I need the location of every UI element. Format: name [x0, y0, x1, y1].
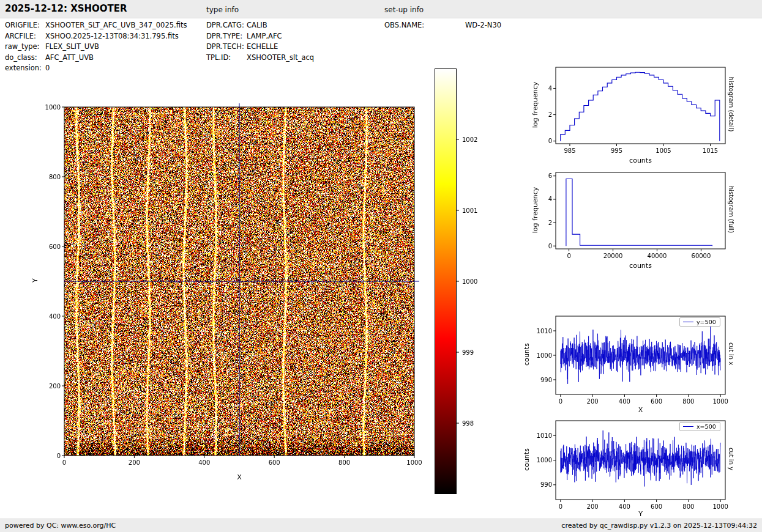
cut-in-x-right-label: cut in x: [728, 315, 734, 393]
tick-label: 995: [611, 147, 622, 154]
arcfile-label: ARCFILE:: [5, 32, 45, 43]
tick-label: 800: [338, 459, 350, 466]
tick-label: 0: [62, 459, 66, 466]
tick-label: 400: [49, 313, 61, 320]
cut-in-y-xlabel: Y: [556, 510, 725, 518]
tick-label: 0: [559, 503, 562, 510]
tick-label: 4: [548, 196, 552, 202]
cut-in-y-ylabel: counts: [523, 420, 531, 499]
histogram-series: [566, 179, 712, 246]
obs-name-value: WD-2-N30: [465, 21, 501, 32]
dpr-tech-label: DPR.TECH:: [206, 42, 247, 53]
tick-label: 0: [559, 398, 562, 405]
tick-label: 1001: [462, 207, 477, 214]
axes-border: [556, 172, 725, 249]
histogram-full-ylabel: log frequency: [531, 172, 539, 248]
tick-label: 600: [651, 503, 662, 510]
histogram-full-right-label: histogram (full): [728, 170, 734, 249]
tick-label: 600: [651, 398, 662, 405]
tick-label: 600: [269, 459, 280, 466]
tick-label: 400: [619, 503, 630, 510]
dpr-type-label: DPR.TYPE:: [206, 32, 247, 43]
tick-label: 6: [548, 172, 552, 179]
dpr-catg-value: CALIB: [247, 21, 267, 32]
tick-label: 999: [462, 349, 474, 356]
axes-border: [556, 316, 725, 394]
raw-image-xlabel: X: [64, 473, 414, 481]
tick-label: 990: [540, 481, 552, 488]
tick-label: 600: [49, 243, 61, 250]
tick-label: 990: [540, 377, 552, 383]
tick-label: 1000: [406, 459, 422, 466]
obs-name-label: OBS.NAME:: [384, 21, 465, 32]
legend-cut-in-y-label: x=500: [697, 423, 716, 430]
legend-line-sample: [683, 426, 693, 427]
raw-type-label: raw_type:: [5, 42, 45, 53]
origfile-label: ORIGFILE:: [5, 21, 45, 32]
meta-row-dpr-catg: DPR.CATG: CALIB: [206, 21, 314, 32]
legend-line-sample: [683, 322, 693, 322]
axes-border: [556, 421, 725, 500]
meta-row-extension: extension: 0: [5, 64, 187, 75]
tick-label: 0: [57, 453, 61, 459]
dpr-catg-label: DPR.CATG:: [206, 21, 247, 32]
tick-label: 200: [587, 503, 599, 510]
origfile-value: XSHOOTER_SLT_AFC_UVB_347_0025.fits: [45, 21, 187, 32]
tick-label: 800: [682, 398, 694, 405]
tick-label: 0: [548, 243, 552, 249]
meta-row-obs-name: OBS.NAME: WD-2-N30: [384, 21, 501, 32]
tick-label: 0: [548, 138, 552, 144]
type-info-column: DPR.CATG: CALIB DPR.TYPE: LAMP,AFC DPR.T…: [206, 21, 314, 64]
tick-label: 4: [548, 85, 552, 92]
histogram-series: [561, 72, 720, 141]
meta-row-raw-type: raw_type: FLEX_SLIT_UVB: [5, 42, 187, 53]
do-class-value: AFC_ATT_UVB: [45, 53, 94, 64]
meta-row-arcfile: ARCFILE: XSHOO.2025-12-13T08:34:31.795.f…: [5, 32, 187, 43]
tpl-id-label: TPL.ID:: [206, 53, 247, 64]
cut-in-x-xlabel: X: [556, 406, 725, 414]
colorbar: [435, 68, 457, 494]
tick-label: 40000: [648, 253, 667, 259]
meta-row-dpr-type: DPR.TYPE: LAMP,AFC: [206, 32, 314, 43]
meta-row-do-class: do_class: AFC_ATT_UVB: [5, 53, 187, 64]
footer-created-by: created by qc_rawdisp.py v1.2.3 on 2025-…: [561, 522, 757, 530]
cut-series: [561, 327, 720, 384]
tick-label: 20000: [603, 253, 623, 259]
do-class-label: do_class:: [5, 53, 45, 64]
tick-label: 0: [567, 253, 570, 259]
tick-label: 200: [49, 383, 61, 390]
page-title: 2025-12-12: XSHOOTER: [5, 3, 127, 14]
tick-label: 1000: [712, 398, 728, 405]
tick-label: 2: [548, 111, 552, 118]
axes-border: [556, 67, 725, 144]
tpl-id-value: XSHOOTER_slt_acq: [247, 53, 314, 64]
footer-bar: powered by QC: www.eso.org/HC created by…: [0, 519, 762, 532]
setup-info-column: OBS.NAME: WD-2-N30: [384, 21, 501, 32]
legend-cut-in-x-label: y=500: [697, 319, 716, 325]
tick-label: 985: [564, 147, 575, 154]
tick-label: 1015: [703, 147, 718, 154]
tick-label: 1000: [537, 457, 552, 464]
dpr-type-value: LAMP,AFC: [247, 32, 282, 43]
tick-label: 1000: [537, 352, 552, 359]
setup-info-heading: set-up info: [384, 6, 424, 14]
file-info-column: ORIGFILE: XSHOOTER_SLT_AFC_UVB_347_0025.…: [5, 21, 187, 75]
tick-label: 800: [682, 503, 694, 510]
raw-image-heatmap: [64, 107, 414, 456]
meta-row-tpl-id: TPL.ID: XSHOOTER_slt_acq: [206, 53, 314, 64]
arcfile-value: XSHOO.2025-12-13T08:34:31.795.fits: [45, 32, 179, 43]
extension-value: 0: [45, 64, 50, 75]
histogram-detail-ylabel: log frequency: [531, 67, 539, 143]
tick-label: 1000: [462, 278, 477, 285]
meta-row-dpr-tech: DPR.TECH: ECHELLE: [206, 42, 314, 53]
tick-label: 60000: [692, 253, 711, 259]
header-bar: 2025-12-12: XSHOOTER type info set-up in…: [0, 0, 762, 18]
tick-label: 1010: [537, 328, 552, 334]
tick-label: 800: [49, 174, 61, 180]
tick-label: 400: [198, 459, 210, 466]
dpr-tech-value: ECHELLE: [247, 42, 278, 53]
legend-cut-in-x: y=500: [679, 317, 720, 327]
legend-cut-in-y: x=500: [679, 422, 720, 431]
cut-series: [561, 430, 720, 487]
type-info-heading: type info: [206, 6, 239, 14]
